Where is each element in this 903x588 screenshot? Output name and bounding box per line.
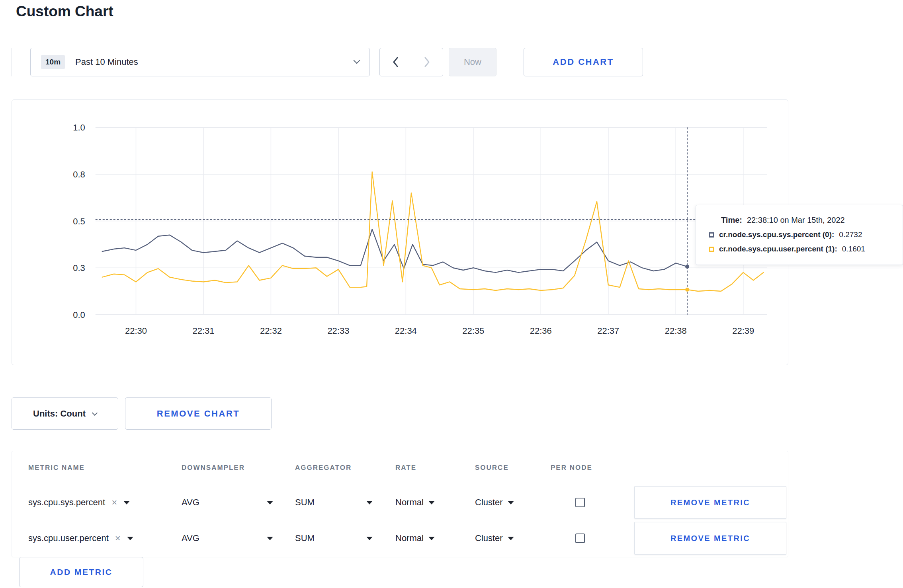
rate-select[interactable]: Normal	[395, 497, 435, 508]
tooltip-time-value: 22:38:10 on Mar 15th, 2022	[747, 216, 845, 224]
aggregator-value: SUM	[295, 497, 315, 508]
dropdown-arrow-icon	[428, 537, 435, 540]
time-range-badge: 10m	[41, 55, 65, 69]
dropdown-arrow-icon	[366, 537, 373, 540]
table-row: sys.cpu.user.percent × AVG SUM Normal Cl…	[28, 520, 788, 556]
tooltip-series-label: cr.node.sys.cpu.user.percent (1):	[719, 245, 837, 253]
y-tick-label: 0.8	[73, 169, 85, 179]
col-header-metric-name: METRIC NAME	[28, 464, 182, 472]
dropdown-arrow-icon	[428, 501, 435, 504]
clear-icon[interactable]: ×	[115, 533, 121, 543]
metrics-table-card: METRIC NAME DOWNSAMPLER AGGREGATOR RATE …	[12, 451, 788, 557]
col-header-aggregator: AGGREGATOR	[295, 464, 395, 472]
chevron-right-icon	[424, 57, 430, 67]
aggregator-select[interactable]: SUM	[295, 497, 373, 508]
y-tick-label: 1.0	[73, 123, 85, 132]
aggregator-select[interactable]: SUM	[295, 533, 373, 543]
downsampler-select[interactable]: AVG	[182, 533, 273, 543]
source-value: Cluster	[475, 533, 503, 543]
tooltip-series-value: 0.2732	[839, 230, 862, 239]
series-swatch-icon	[709, 232, 714, 238]
dropdown-arrow-icon	[267, 537, 273, 540]
per-node-checkbox[interactable]	[575, 498, 585, 507]
chart-card: 1.00.80.50.30.022:3022:3122:3222:3322:34…	[12, 99, 788, 365]
x-tick-label: 22:35	[462, 326, 484, 336]
metric-name-value: sys.cpu.user.percent	[28, 533, 109, 543]
tooltip-time-row: Time:22:38:10 on Mar 15th, 2022	[721, 216, 899, 225]
units-select[interactable]: Units: Count	[12, 397, 118, 430]
x-tick-label: 22:39	[732, 326, 754, 336]
x-tick-label: 22:36	[530, 326, 552, 336]
tooltip-series-label: cr.node.sys.cpu.sys.percent (0):	[719, 230, 834, 239]
add-chart-button[interactable]: ADD CHART	[524, 48, 643, 76]
time-range-label: Past 10 Minutes	[75, 57, 138, 67]
now-button[interactable]: Now	[449, 48, 496, 76]
x-tick-label: 22:32	[260, 326, 282, 336]
col-header-rate: RATE	[395, 464, 475, 472]
metric-name-select[interactable]: sys.cpu.sys.percent ×	[28, 497, 182, 508]
x-tick-label: 22:34	[395, 326, 417, 336]
table-row: sys.cpu.sys.percent × AVG SUM Normal Clu…	[28, 485, 788, 520]
y-tick-label: 0.0	[73, 310, 85, 320]
downsampler-select[interactable]: AVG	[182, 497, 273, 508]
per-node-checkbox[interactable]	[575, 533, 585, 543]
downsampler-value: AVG	[182, 533, 199, 543]
source-select[interactable]: Cluster	[475, 497, 514, 508]
time-toolbar: 10m Past 10 Minutes Now ADD CHART	[12, 48, 643, 76]
tooltip-series-row: cr.node.sys.cpu.sys.percent (0): 0.2732	[709, 230, 899, 239]
add-metric-button[interactable]: ADD METRIC	[19, 557, 143, 587]
x-tick-label: 22:33	[327, 326, 349, 336]
tooltip-series-row: cr.node.sys.cpu.user.percent (1): 0.1601	[709, 245, 899, 253]
series-line-cr.node.sys.cpu.user.percent	[102, 172, 764, 291]
chevron-down-icon	[354, 57, 360, 64]
aggregator-value: SUM	[295, 533, 315, 543]
downsampler-value: AVG	[182, 497, 199, 508]
x-tick-label: 22:38	[665, 326, 687, 336]
rate-value: Normal	[395, 533, 424, 543]
chart-hover-tooltip: Time:22:38:10 on Mar 15th, 2022 cr.node.…	[696, 205, 903, 265]
remove-chart-button[interactable]: REMOVE CHART	[125, 397, 272, 430]
chart-controls-row: Units: Count REMOVE CHART	[12, 397, 272, 430]
col-header-downsampler: DOWNSAMPLER	[182, 464, 295, 472]
y-tick-label: 0.5	[73, 216, 85, 226]
dropdown-arrow-icon	[127, 537, 133, 540]
metric-name-select[interactable]: sys.cpu.user.percent ×	[28, 533, 182, 543]
series-line-cr.node.sys.cpu.sys.percent	[102, 229, 687, 273]
metric-name-value: sys.cpu.sys.percent	[28, 497, 105, 508]
dropdown-arrow-icon	[123, 501, 130, 504]
remove-metric-button[interactable]: REMOVE METRIC	[634, 522, 786, 555]
time-next-button[interactable]	[411, 48, 443, 76]
dropdown-arrow-icon	[366, 501, 373, 504]
chevron-down-icon	[92, 410, 98, 415]
x-tick-label: 22:30	[125, 326, 147, 336]
x-tick-label: 22:37	[597, 326, 619, 336]
col-header-per-node: PER NODE	[551, 464, 634, 472]
dropdown-arrow-icon	[267, 501, 273, 504]
toolbar-divider	[12, 48, 12, 76]
clear-icon[interactable]: ×	[111, 498, 117, 507]
page-title: Custom Chart	[16, 3, 113, 20]
hover-marker	[685, 265, 689, 269]
custom-chart-svg[interactable]: 1.00.80.50.30.022:3022:3122:3222:3322:34…	[12, 100, 788, 365]
time-range-select[interactable]: 10m Past 10 Minutes	[30, 48, 370, 76]
time-prev-button[interactable]	[379, 48, 411, 76]
time-nav-group	[379, 48, 443, 76]
rate-value: Normal	[395, 497, 424, 508]
dropdown-arrow-icon	[508, 537, 514, 540]
rate-select[interactable]: Normal	[395, 533, 435, 543]
series-swatch-icon	[709, 247, 714, 252]
tooltip-time-label: Time:	[721, 216, 742, 224]
source-value: Cluster	[475, 497, 503, 508]
source-select[interactable]: Cluster	[475, 533, 514, 543]
metrics-table-header: METRIC NAME DOWNSAMPLER AGGREGATOR RATE …	[28, 451, 788, 485]
chevron-left-icon	[393, 57, 399, 67]
units-label: Units: Count	[33, 409, 86, 419]
dropdown-arrow-icon	[508, 501, 514, 504]
hover-marker	[685, 288, 689, 292]
col-header-source: SOURCE	[475, 464, 551, 472]
x-tick-label: 22:31	[192, 326, 214, 336]
y-tick-label: 0.3	[73, 263, 85, 273]
remove-metric-button[interactable]: REMOVE METRIC	[634, 486, 786, 519]
tooltip-series-value: 0.1601	[842, 245, 865, 253]
